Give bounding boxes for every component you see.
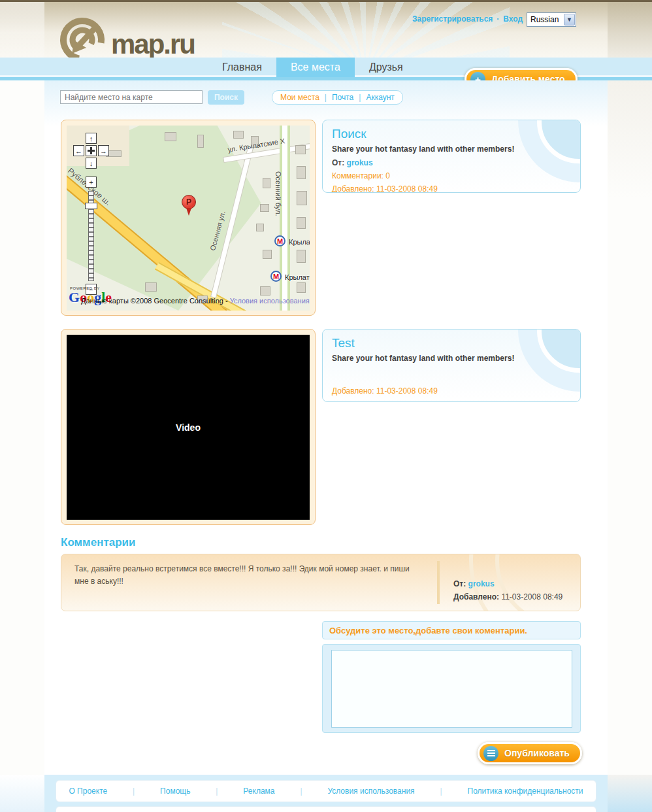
- account-link[interactable]: Аккаунт: [366, 93, 394, 102]
- logo-text: map.ru: [111, 29, 195, 60]
- comment-author-link[interactable]: grokus: [468, 579, 495, 588]
- pan-down-button[interactable]: ↓: [86, 158, 97, 169]
- map-building: [297, 191, 307, 205]
- pan-center-button[interactable]: [86, 145, 97, 156]
- added-label: Добавлено:: [453, 592, 501, 601]
- zoom-slider-handle[interactable]: [85, 203, 97, 209]
- footer-separator: |: [300, 787, 302, 796]
- link-separator: |: [325, 93, 327, 102]
- place-description: Share your hot fantasy land with other m…: [332, 354, 528, 363]
- footer-band-right: [608, 775, 652, 812]
- place-description: Share your hot fantasy land with other m…: [332, 144, 528, 154]
- footer-help-link[interactable]: Помощь: [160, 787, 190, 796]
- tab-all-places[interactable]: Все места: [276, 58, 355, 77]
- nav-tabs: Главная Все места Друзья: [208, 58, 417, 75]
- place-card-search: Поиск Share your hot fantasy land with o…: [322, 120, 581, 193]
- footer-about-link[interactable]: О Проекте: [69, 787, 107, 796]
- added-value: 11-03-2008 08:49: [501, 592, 562, 601]
- map-card: Рублевское ш. ул. Крылатские Х Осенняя у…: [61, 120, 316, 316]
- pan-right-button[interactable]: →: [98, 145, 109, 156]
- map-building: [263, 178, 270, 188]
- discuss-prompt-box: Обсудите это место,добавте свои коментар…: [322, 621, 581, 639]
- map-building: [295, 145, 306, 154]
- map-building: [197, 135, 204, 148]
- publish-button[interactable]: Опубликовать: [478, 742, 582, 764]
- dot-separator: ·: [497, 14, 499, 24]
- footer-privacy-link[interactable]: Политика конфиденциальности: [468, 787, 583, 796]
- map-boulevard: [280, 126, 290, 311]
- comment-item: Так, давайте реально встретимся все вмес…: [61, 554, 581, 611]
- comment-meta: От: grokus Добавлено: 11-03-2008 08:49: [453, 579, 562, 605]
- terms-of-use-link[interactable]: Условия использования: [230, 297, 310, 305]
- discuss-prompt: Обсудите это место,добавте свои коментар…: [329, 626, 527, 635]
- footer-secondary-box: [56, 806, 596, 812]
- video-player[interactable]: Video: [67, 335, 310, 520]
- map-building: [260, 204, 269, 212]
- metro-icon: М: [270, 271, 282, 282]
- map-building: [297, 282, 306, 293]
- place-card-test: Test Share your hot fantasy land with ot…: [322, 329, 581, 402]
- footer-separator: |: [440, 787, 442, 796]
- comment-divider: [437, 561, 440, 604]
- attribution-text: Данные карты ©2008 Geocentre Consulting …: [81, 297, 230, 305]
- publish-label: Опубликовать: [504, 748, 570, 758]
- from-label: От:: [332, 158, 347, 167]
- login-link[interactable]: Вход: [503, 14, 523, 24]
- language-selected-value: Russian: [527, 15, 564, 24]
- metro-icon: М: [274, 235, 285, 246]
- zoom-in-button[interactable]: +: [86, 177, 97, 188]
- language-select[interactable]: Russian ▼: [527, 12, 576, 27]
- metro-label: Крылатск: [289, 238, 310, 246]
- footer-links: О Проекте | Помощь | Реклама | Условия и…: [56, 780, 596, 802]
- comment-textarea[interactable]: [331, 650, 572, 728]
- map-building: [260, 286, 270, 296]
- place-added-date: Добавлено: 11-03-2008 08:49: [332, 184, 528, 193]
- auth-links: Зарегистрироваться·Вход: [0, 14, 523, 24]
- street-label-osenniy-bul: Осенний бул.: [274, 171, 282, 216]
- link-separator: |: [359, 93, 361, 102]
- place-title-link[interactable]: Поиск: [332, 127, 528, 141]
- map-building: [145, 282, 157, 292]
- map-pin[interactable]: P: [182, 195, 196, 209]
- map-building: [297, 217, 306, 229]
- search-button[interactable]: Поиск: [208, 90, 244, 105]
- map-building: [297, 250, 306, 263]
- comments-heading: Комментарии: [61, 536, 135, 549]
- place-added-date: Добавлено: 11-03-2008 08:49: [332, 386, 528, 396]
- pan-up-button[interactable]: ↑: [86, 133, 97, 144]
- place-title-link[interactable]: Test: [332, 336, 528, 350]
- user-links-box: Мои места | Почта | Аккаунт: [272, 90, 403, 105]
- lines-icon: [483, 746, 498, 761]
- center-cross-icon: [88, 147, 95, 154]
- from-label: От:: [453, 579, 468, 588]
- tab-home[interactable]: Главная: [208, 58, 276, 77]
- map-building: [297, 166, 306, 179]
- tab-friends[interactable]: Друзья: [355, 58, 417, 77]
- video-label: Video: [176, 422, 201, 433]
- footer-terms-link[interactable]: Условия использования: [327, 787, 414, 796]
- footer-separator: |: [133, 787, 135, 796]
- map-building: [165, 132, 176, 141]
- footer-band-left: [0, 775, 44, 812]
- place-comments-count: Комментарии: 0: [332, 171, 528, 180]
- search-input[interactable]: [60, 90, 203, 104]
- footer-separator: |: [216, 787, 218, 796]
- mail-link[interactable]: Почта: [332, 93, 353, 102]
- right-margin-shade: [608, 2, 652, 198]
- map-building: [233, 131, 244, 139]
- select-dropdown-arrow-icon[interactable]: ▼: [564, 14, 575, 25]
- map-attribution: Данные карты ©2008 Geocentre Consulting …: [81, 297, 310, 305]
- comment-text: Так, давайте реально встретимся все вмес…: [74, 563, 421, 588]
- footer-ads-link[interactable]: Реклама: [243, 787, 274, 796]
- map-building: [263, 250, 272, 259]
- place-author-row: От: grokus: [332, 158, 528, 167]
- author-link[interactable]: grokus: [347, 158, 373, 167]
- video-card: Video: [61, 329, 316, 525]
- pan-left-button[interactable]: ←: [73, 145, 84, 156]
- register-link[interactable]: Зарегистрироваться: [412, 14, 493, 24]
- comment-form: [322, 644, 581, 733]
- page: map.ru Зарегистрироваться·Вход Russian ▼…: [0, 0, 652, 812]
- my-places-link[interactable]: Мои места: [280, 93, 319, 102]
- metro-label: Крылатское: [285, 273, 310, 281]
- google-map[interactable]: Рублевское ш. ул. Крылатские Х Осенняя у…: [67, 126, 310, 311]
